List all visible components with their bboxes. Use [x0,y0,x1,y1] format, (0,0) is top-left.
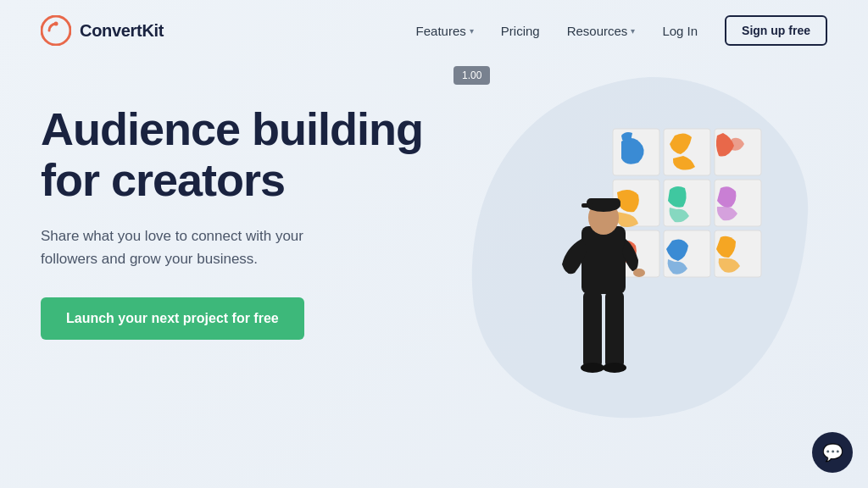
main-nav: Features ▾ Pricing Resources ▾ Log In Si… [416,15,827,46]
hero-subtext: Share what you love to connect with your… [41,225,329,270]
hero-right [431,86,827,476]
cta-button[interactable]: Launch your next project for free [41,297,304,340]
login-link[interactable]: Log In [662,24,698,38]
svg-point-1 [54,22,58,26]
chat-bubble-button[interactable]: 💬 [812,432,853,473]
brand-name: ConvertKit [80,21,164,41]
svg-rect-17 [583,291,602,368]
svg-rect-11 [581,226,626,294]
hero-blob-image [456,61,821,425]
signup-button[interactable]: Sign up free [725,15,827,46]
page-wrapper: ConvertKit Features ▾ Pricing Resources … [0,0,868,488]
chat-icon: 💬 [822,442,843,463]
svg-rect-15 [581,203,593,208]
svg-point-0 [42,16,70,45]
resources-chevron-icon: ▾ [631,26,635,36]
svg-point-19 [581,363,604,373]
hero-heading: Audience building for creators [41,103,431,206]
svg-point-16 [633,269,645,277]
nav-features[interactable]: Features ▾ [416,24,474,38]
features-chevron-icon: ▾ [470,26,474,36]
hero-left: Audience building for creators Share wha… [41,86,431,340]
convertkit-logo-icon [41,15,71,46]
nav-pricing[interactable]: Pricing [501,24,540,38]
tooltip-badge: 1.00 [453,66,490,85]
logo-area[interactable]: ConvertKit [41,15,164,46]
svg-point-20 [603,363,626,373]
nav-resources[interactable]: Resources ▾ [567,24,636,38]
hero-section: Audience building for creators Share wha… [0,61,868,476]
svg-rect-18 [605,291,624,368]
header: ConvertKit Features ▾ Pricing Resources … [0,0,868,61]
